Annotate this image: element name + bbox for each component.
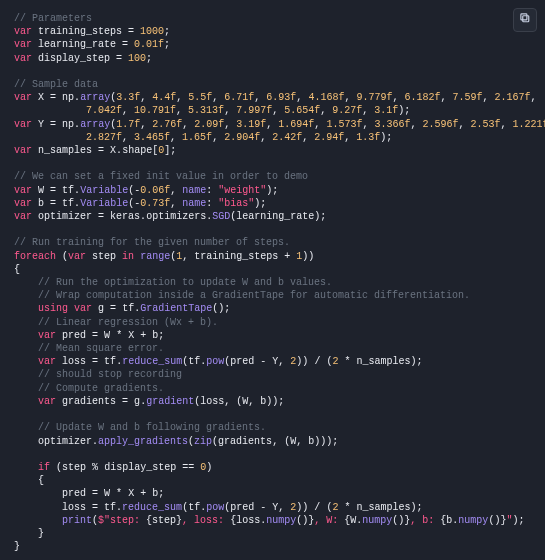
copy-icon — [519, 12, 531, 28]
code-panel: { "code": { "comments": { "params": "// … — [0, 0, 545, 560]
copy-button[interactable] — [513, 8, 537, 32]
svg-rect-1 — [521, 14, 527, 20]
code-block: // Parameters var training_steps = 1000;… — [0, 0, 545, 560]
comment: // Parameters — [14, 13, 92, 24]
keyword-var: var — [14, 26, 32, 37]
svg-rect-0 — [523, 16, 529, 22]
